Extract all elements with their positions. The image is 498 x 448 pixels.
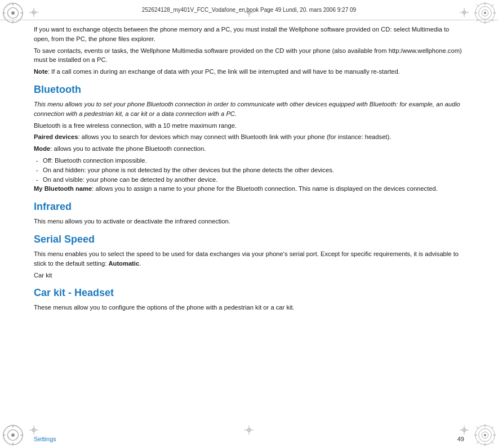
carheadset-text: These menus allow you to configure the o… [34,303,464,312]
car-kit-text: Car kit [34,271,464,280]
svg-line-16 [491,19,493,21]
svg-line-34 [477,427,479,429]
svg-line-18 [477,19,479,21]
svg-line-37 [477,441,479,443]
serial-text: This menu enables you to select the spee… [34,250,459,267]
mark-bm [244,425,254,437]
note-label: Note [34,68,48,75]
bluetooth-list-1: Off: Bluetooth connection impossible. [34,156,464,165]
svg-point-10 [484,12,486,14]
svg-point-21 [11,433,15,437]
bluetooth-mode-label: Mode [34,145,50,152]
bluetooth-paired-label: Paired devices [34,133,78,140]
footer-page: 49 [457,436,464,442]
corner-decoration-bl [2,424,24,446]
note-paragraph: Note: If a call comes in during an excha… [34,67,464,77]
bluetooth-myname: My Bluetooth name: allows you to assign … [34,184,464,194]
mark-tm [244,8,254,19]
serial-heading: Serial Speed [34,232,464,247]
mark-br [460,425,469,437]
bluetooth-myname-label: My Bluetooth name [34,185,92,192]
footer-label: Settings [34,436,56,442]
serial-end: . [139,260,141,267]
bluetooth-p1: Bluetooth is a free wireless connection,… [34,121,464,131]
svg-line-35 [491,441,493,443]
page: 252624128_my401V_FCC_Vodafone_en.book Pa… [0,0,498,448]
intro-paragraph-2: To save contacts, events or tasks, the W… [34,46,464,65]
corner-decoration-br [474,424,496,446]
mark-bl [29,425,38,437]
bluetooth-paired-text: : allows you to search for devices which… [78,133,391,140]
serial-bold: Automatic [108,260,139,267]
bluetooth-heading: Bluetooth [34,82,464,97]
svg-line-36 [491,427,493,429]
infrared-text: This menu allows you to activate or deac… [34,217,464,226]
svg-line-17 [491,5,493,7]
bluetooth-list-2: On and hidden: your phone is not detecte… [34,165,464,175]
infrared-heading: Infrared [34,199,464,214]
svg-point-2 [11,11,15,15]
svg-line-15 [477,5,479,7]
main-content: If you want to exchange objects between … [34,25,464,420]
footer: Settings 49 [34,436,464,442]
mark-tr [460,8,469,19]
bluetooth-mode: Mode: allows you to activate the phone B… [34,144,464,154]
note-text: : If a call comes in during an exchange … [48,68,400,75]
corner-decoration-tl [2,2,24,24]
intro-paragraph-1: If you want to exchange objects between … [34,25,464,44]
bluetooth-mode-text: : allows you to activate the phone Bluet… [50,145,206,152]
bluetooth-paired: Paired devices: allows you to search for… [34,132,464,142]
svg-point-29 [484,434,486,436]
bluetooth-myname-text: : allows you to assign a name to your ph… [92,185,438,192]
corner-decoration-tr [474,2,496,24]
mark-tl [29,8,38,19]
serial-paragraph: This menu enables you to select the spee… [34,249,464,268]
carheadset-heading: Car kit - Headset [34,285,464,301]
bluetooth-list-3: On and visible: your phone can be detect… [34,175,464,185]
bluetooth-italic: This menu allows you to set your phone B… [34,100,464,119]
